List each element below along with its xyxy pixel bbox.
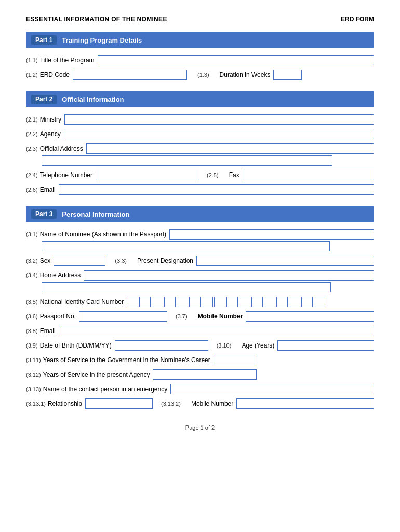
field-2-3-row2 xyxy=(42,155,374,166)
part1-title: Training Program Details xyxy=(62,36,142,44)
field-3-1-input-1[interactable] xyxy=(169,229,374,240)
field-2-4-row: (2.4) Telephone Number (2.5) Fax xyxy=(26,170,374,180)
field-3-5-label: National Identity Card Number xyxy=(40,298,124,305)
field-3-4-stack: (3.4) Home Address xyxy=(26,270,374,292)
field-3-9-label: Date of Birth (DD/MM/YY) xyxy=(40,342,112,349)
nic-box-11[interactable] xyxy=(251,297,263,307)
field-3-13-label: Name of the contact person in an emergen… xyxy=(43,385,167,393)
field-1-2-row: (1.2) ERD Code (1.3) Duration in Weeks xyxy=(26,70,374,80)
field-2-1-label: Ministry xyxy=(40,116,61,123)
field-3-11-number: (3.11) xyxy=(26,357,41,363)
nic-boxes xyxy=(127,297,325,307)
field-2-1-input[interactable] xyxy=(64,114,374,125)
field-3-6-number: (3.6) xyxy=(26,313,38,320)
field-1-2-number: (1.2) xyxy=(26,72,38,78)
nic-box-8[interactable] xyxy=(214,297,225,307)
field-3-3-label: Present Designation xyxy=(137,257,193,264)
page-title: ESSENTIAL INFORMATION OF THE NOMINEE xyxy=(26,16,167,23)
field-3-11-input[interactable] xyxy=(214,355,255,365)
field-2-2-label: Agency xyxy=(40,130,61,138)
field-2-2-number: (2.2) xyxy=(26,131,38,137)
field-3-13-1-number: (3.13.1) xyxy=(26,401,46,407)
field-2-3-stack: (2.3) Official Address xyxy=(26,143,374,166)
field-3-1-row2 xyxy=(42,241,374,251)
nic-box-14[interactable] xyxy=(289,297,300,307)
field-3-13-1-label: Relationship xyxy=(48,400,82,407)
field-2-5-label: Fax xyxy=(229,171,239,179)
field-3-11-row: (3.11) Years of Service to the Governmen… xyxy=(26,355,374,365)
field-3-3-number: (3.3) xyxy=(115,258,127,264)
field-3-5-number: (3.5) xyxy=(26,299,38,305)
nic-box-5[interactable] xyxy=(177,297,188,307)
nic-box-2[interactable] xyxy=(139,297,151,307)
field-3-8-input[interactable] xyxy=(59,326,374,336)
field-3-12-label: Years of Service in the present Agency xyxy=(43,371,150,378)
field-1-3-input[interactable] xyxy=(273,70,302,80)
field-2-4-number: (2.4) xyxy=(26,172,38,178)
field-3-8-label: Email xyxy=(40,327,56,335)
field-3-4-input-1[interactable] xyxy=(84,270,374,281)
field-3-10-input[interactable] xyxy=(277,340,374,351)
field-1-2-input[interactable] xyxy=(73,70,187,80)
field-3-2-label: Sex xyxy=(40,257,51,264)
part3-section: Part 3 Personal Information (3.1) Name o… xyxy=(26,206,374,409)
nic-box-16[interactable] xyxy=(314,297,325,307)
field-2-6-row: (2.6) Email xyxy=(26,184,374,195)
field-3-6-input[interactable] xyxy=(79,311,167,322)
field-1-1-label: Title of the Program xyxy=(40,57,95,64)
nic-box-7[interactable] xyxy=(202,297,213,307)
field-3-7-label: Mobile Number xyxy=(198,313,243,320)
field-3-12-input[interactable] xyxy=(153,369,257,380)
nic-box-12[interactable] xyxy=(264,297,275,307)
erd-form-label: ERD FORM xyxy=(341,16,374,23)
field-1-1-input[interactable] xyxy=(98,55,374,65)
field-3-1-label: Name of Nominee (As shown in the Passpor… xyxy=(40,231,166,238)
field-1-1-number: (1.1) xyxy=(26,57,38,63)
part1-header: Part 1 Training Program Details xyxy=(26,32,374,48)
field-3-7-input[interactable] xyxy=(246,311,374,322)
nic-box-1[interactable] xyxy=(127,297,138,307)
nic-box-15[interactable] xyxy=(301,297,313,307)
field-3-3-input[interactable] xyxy=(196,256,374,266)
nic-box-4[interactable] xyxy=(164,297,176,307)
field-2-3-number: (2.3) xyxy=(26,145,38,152)
field-2-4-input[interactable] xyxy=(96,170,199,180)
field-3-13-1-input[interactable] xyxy=(85,398,153,409)
nic-box-6[interactable] xyxy=(189,297,201,307)
field-3-4-input-2[interactable] xyxy=(42,282,331,292)
field-2-3-input-2[interactable] xyxy=(42,155,332,166)
field-1-3-label: Duration in Weeks xyxy=(220,71,271,78)
field-3-1-input-2[interactable] xyxy=(42,241,330,251)
field-3-1-stack: (3.1) Name of Nominee (As shown in the P… xyxy=(26,229,374,251)
part2-section: Part 2 Official Information (2.1) Minist… xyxy=(26,91,374,195)
part3-badge: Part 3 xyxy=(31,209,57,219)
part1-badge: Part 1 xyxy=(31,35,57,45)
nic-box-10[interactable] xyxy=(239,297,250,307)
field-3-4-row1: (3.4) Home Address xyxy=(26,270,374,281)
field-3-13-2-number: (3.13.2) xyxy=(161,401,181,407)
field-2-6-input[interactable] xyxy=(59,184,374,195)
field-2-4-label: Telephone Number xyxy=(40,171,92,179)
nic-box-9[interactable] xyxy=(226,297,238,307)
field-3-2-input[interactable] xyxy=(54,256,105,266)
part3-title: Personal Information xyxy=(62,210,129,218)
field-3-2-number: (3.2) xyxy=(26,258,38,264)
field-2-1-row: (2.1) Ministry xyxy=(26,114,374,125)
field-3-4-label: Home Address xyxy=(40,272,81,279)
field-3-9-number: (3.9) xyxy=(26,342,38,349)
field-3-9-input[interactable] xyxy=(115,340,208,351)
field-2-2-input[interactable] xyxy=(64,129,374,139)
nic-box-13[interactable] xyxy=(276,297,288,307)
field-3-13-2-label: Mobile Number xyxy=(191,400,233,407)
field-3-12-row: (3.12) Years of Service in the present A… xyxy=(26,369,374,380)
field-3-6-label: Passport No. xyxy=(40,313,76,320)
field-2-3-input-1[interactable] xyxy=(86,143,374,154)
field-3-13-2-input[interactable] xyxy=(236,398,374,409)
field-2-5-number: (2.5) xyxy=(207,172,219,178)
field-2-5-input[interactable] xyxy=(243,170,374,180)
field-1-3-number: (1.3) xyxy=(197,72,209,78)
nic-box-3[interactable] xyxy=(152,297,163,307)
field-3-6-row: (3.6) Passport No. (3.7) Mobile Number xyxy=(26,311,374,322)
field-3-13-input[interactable] xyxy=(170,384,374,394)
page-footer: Page 1 of 2 xyxy=(26,424,374,431)
